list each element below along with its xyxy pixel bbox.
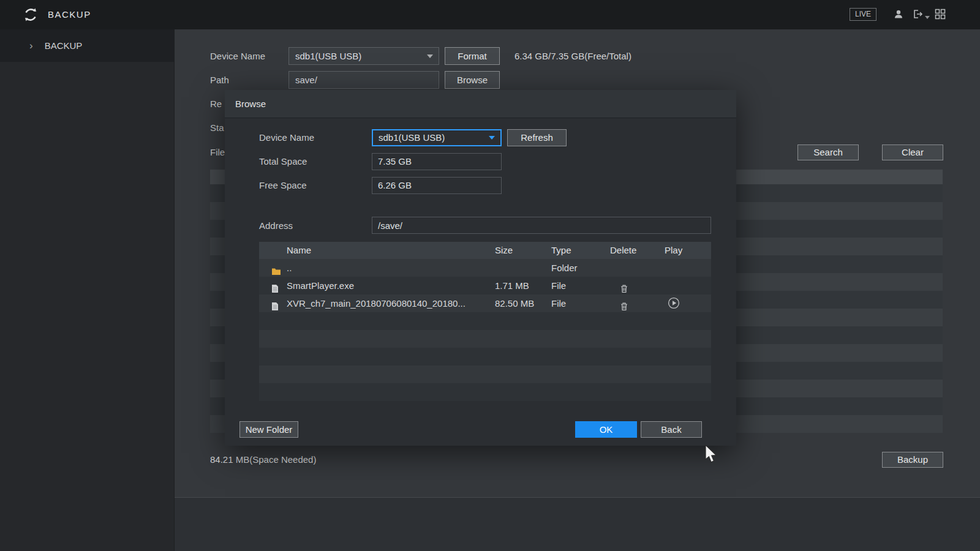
new-folder-button[interactable]: New Folder [239,421,298,438]
path-label: Path [210,75,229,85]
file-row-empty [259,348,711,365]
search-button[interactable]: Search [797,144,859,160]
footer-strip [175,498,980,551]
logout-icon[interactable] [912,9,930,21]
device-name-select[interactable]: sdb1(USB USB) [288,47,439,65]
file-type: File [551,277,566,294]
file-name: XVR_ch7_main_20180706080140_20180... [287,294,466,312]
mouse-cursor [704,445,719,465]
file-row[interactable]: SmartPlayer.exe 1.71 MB File [259,277,711,294]
file-list: Name Size Type Delete Play .. Folder [259,242,711,401]
device-name-label: Device Name [210,51,265,61]
file-row-empty [259,383,711,401]
col-name: Name [287,242,311,259]
chevron-down-icon [925,16,930,19]
screen: BACKUP LIVE › BACKUP [0,0,980,551]
browse-dialog: Browse Device Name sdb1(USB USB) Refresh… [225,90,736,446]
col-delete: Delete [610,242,636,259]
file-size: 82.50 MB [495,294,534,312]
ok-button[interactable]: OK [575,421,637,438]
dialog-device-name-value: sdb1(USB USB) [379,132,445,143]
col-type: Type [551,242,571,259]
start-label-clipped: Sta [210,122,224,133]
user-icon[interactable] [893,9,904,21]
app-logo-icon [22,6,39,23]
live-badge[interactable]: LIVE [850,8,876,21]
file-label-clipped: File [210,147,225,157]
file-size: 1.71 MB [495,277,529,294]
chevron-down-icon [489,136,495,140]
file-type: Folder [551,259,578,277]
file-row-empty [259,330,711,348]
topbar: BACKUP LIVE [0,0,980,29]
file-name: SmartPlayer.exe [287,277,354,294]
dialog-device-name-label: Device Name [259,132,314,143]
file-name: .. [287,259,292,277]
free-space-label: Free Space [259,180,307,190]
address-input[interactable] [372,217,711,234]
file-row-empty [259,365,711,383]
back-button[interactable]: Back [641,421,702,438]
capacity-text: 6.34 GB/7.35 GB(Free/Total) [514,51,631,61]
sidebar-item-backup[interactable]: › BACKUP [0,29,174,62]
file-row-parent[interactable]: .. Folder [259,259,711,277]
space-needed-text: 84.21 MB(Space Needed) [210,454,316,465]
browse-button[interactable]: Browse [445,71,500,89]
chevron-right-icon: › [29,40,33,52]
file-row-empty [259,312,711,330]
col-play: Play [665,242,682,259]
format-button[interactable]: Format [445,47,500,65]
device-name-value: sdb1(USB USB) [295,51,361,61]
sidebar: › BACKUP [0,29,175,551]
file-type: File [551,294,566,312]
file-list-empty-area [259,312,711,401]
dialog-title: Browse [225,90,736,118]
free-space-value: 6.26 GB [372,177,502,194]
refresh-button[interactable]: Refresh [507,129,567,146]
total-space-value: 7.35 GB [372,153,502,170]
sidebar-item-label: BACKUP [45,40,83,51]
record-label-clipped: Re [210,99,222,109]
col-size: Size [495,242,513,259]
clear-button[interactable]: Clear [882,144,943,160]
path-input[interactable] [288,71,439,89]
total-space-label: Total Space [259,156,307,167]
dialog-device-name-select[interactable]: sdb1(USB USB) [372,129,502,146]
chevron-down-icon [427,54,433,58]
address-label: Address [259,220,293,231]
page-title: BACKUP [48,0,91,29]
file-list-header: Name Size Type Delete Play [259,242,711,259]
file-row[interactable]: XVR_ch7_main_20180706080140_20180... 82.… [259,294,711,312]
apps-grid-icon[interactable] [935,9,946,21]
backup-button[interactable]: Backup [882,452,943,468]
